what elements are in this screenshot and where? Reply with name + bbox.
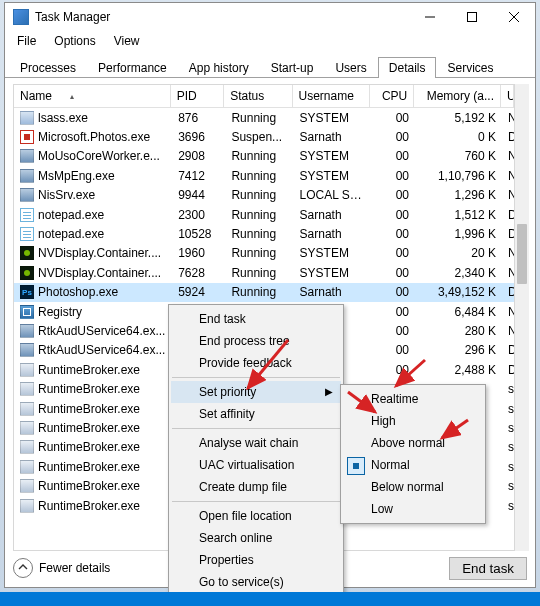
menu-options[interactable]: Options bbox=[46, 32, 103, 50]
process-name: RuntimeBroker.exe bbox=[38, 499, 140, 513]
menu-item-open-file-location[interactable]: Open file location bbox=[171, 505, 341, 527]
col-pid[interactable]: PID bbox=[171, 85, 225, 107]
cell-mem: 760 K bbox=[415, 149, 502, 163]
cell-uac: Not all... bbox=[502, 324, 514, 338]
process-row[interactable]: MsMpEng.exe7412RunningSYSTEM001,10,796 K… bbox=[14, 166, 514, 185]
cell-cpu: 00 bbox=[371, 363, 415, 377]
process-icon bbox=[20, 460, 34, 474]
menu-item-search-online[interactable]: Search online bbox=[171, 527, 341, 549]
context-menu[interactable]: End taskEnd process treeProvide feedback… bbox=[168, 304, 344, 597]
fewer-details-toggle[interactable]: Fewer details bbox=[13, 558, 110, 578]
menu-item-go-to-service-s-[interactable]: Go to service(s) bbox=[171, 571, 341, 593]
process-row[interactable]: notepad.exe10528RunningSarnath001,996 KD… bbox=[14, 224, 514, 243]
col-cpu[interactable]: CPU bbox=[370, 85, 414, 107]
cell-pid: 7412 bbox=[172, 169, 225, 183]
process-row[interactable]: Microsoft.Photos.exe3696Suspen...Sarnath… bbox=[14, 127, 514, 146]
cell-user: Sarnath bbox=[294, 130, 372, 144]
cell-uac: Disabled bbox=[502, 208, 514, 222]
cell-cpu: 00 bbox=[371, 188, 415, 202]
col-memory[interactable]: Memory (a... bbox=[414, 85, 501, 107]
tab-details[interactable]: Details bbox=[378, 57, 437, 78]
cell-uac: Not all... bbox=[502, 188, 514, 202]
menu-item-set-priority[interactable]: Set priority▶ bbox=[171, 381, 341, 403]
cell-uac: Disabled bbox=[502, 343, 514, 357]
chevron-up-circle-icon bbox=[13, 558, 33, 578]
cell-status: Running bbox=[225, 149, 293, 163]
cell-mem: 1,512 K bbox=[415, 208, 502, 222]
priority-low[interactable]: Low bbox=[343, 498, 483, 520]
cell-uac: sabled bbox=[502, 402, 514, 416]
menu-item-properties[interactable]: Properties bbox=[171, 549, 341, 571]
process-name: NisSrv.exe bbox=[38, 188, 95, 202]
scrollbar-thumb[interactable] bbox=[517, 224, 527, 284]
tab-processes[interactable]: Processes bbox=[9, 57, 87, 78]
cell-user: Sarnath bbox=[294, 285, 372, 299]
maximize-button[interactable] bbox=[451, 3, 493, 31]
col-username[interactable]: Username bbox=[293, 85, 370, 107]
menu-item-set-affinity[interactable]: Set affinity bbox=[171, 403, 341, 425]
tab-app-history[interactable]: App history bbox=[178, 57, 260, 78]
priority-above-normal[interactable]: Above normal bbox=[343, 432, 483, 454]
tabs: ProcessesPerformanceApp historyStart-upU… bbox=[5, 51, 535, 78]
cell-cpu: 00 bbox=[371, 111, 415, 125]
process-icon bbox=[20, 421, 34, 435]
col-name[interactable]: Name ▴ bbox=[14, 85, 171, 107]
close-button[interactable] bbox=[493, 3, 535, 31]
priority-high[interactable]: High bbox=[343, 410, 483, 432]
menu-item-end-task[interactable]: End task bbox=[171, 308, 341, 330]
vertical-scrollbar[interactable] bbox=[515, 84, 529, 551]
process-icon bbox=[20, 130, 34, 144]
process-icon bbox=[20, 343, 34, 357]
cell-uac: sabled bbox=[502, 382, 514, 396]
process-icon bbox=[20, 111, 34, 125]
priority-normal[interactable]: Normal bbox=[343, 454, 483, 476]
priority-below-normal[interactable]: Below normal bbox=[343, 476, 483, 498]
process-row[interactable]: NVDisplay.Container....1960RunningSYSTEM… bbox=[14, 244, 514, 263]
end-task-button[interactable]: End task bbox=[449, 557, 527, 580]
priority-realtime[interactable]: Realtime bbox=[343, 388, 483, 410]
taskbar bbox=[0, 592, 540, 606]
process-row[interactable]: MoUsoCoreWorker.e...2908RunningSYSTEM007… bbox=[14, 147, 514, 166]
process-name: RuntimeBroker.exe bbox=[38, 363, 140, 377]
minimize-button[interactable] bbox=[409, 3, 451, 31]
cell-user: SYSTEM bbox=[294, 149, 372, 163]
fewer-details-label: Fewer details bbox=[39, 561, 110, 575]
process-row[interactable]: notepad.exe2300RunningSarnath001,512 KDi… bbox=[14, 205, 514, 224]
tab-performance[interactable]: Performance bbox=[87, 57, 178, 78]
menu-item-create-dump-file[interactable]: Create dump file bbox=[171, 476, 341, 498]
tab-start-up[interactable]: Start-up bbox=[260, 57, 325, 78]
menu-item-analyse-wait-chain[interactable]: Analyse wait chain bbox=[171, 432, 341, 454]
process-icon bbox=[20, 188, 34, 202]
cell-uac: Disabled bbox=[502, 227, 514, 241]
menu-item-provide-feedback[interactable]: Provide feedback bbox=[171, 352, 341, 374]
col-status[interactable]: Status bbox=[224, 85, 292, 107]
process-icon bbox=[20, 324, 34, 338]
cell-mem: 280 K bbox=[415, 324, 502, 338]
tab-services[interactable]: Services bbox=[436, 57, 504, 78]
cell-pid: 7628 bbox=[172, 266, 225, 280]
cell-pid: 5924 bbox=[172, 285, 225, 299]
menu-view[interactable]: View bbox=[106, 32, 148, 50]
cell-uac: Not all... bbox=[502, 246, 514, 260]
process-row[interactable]: PsPhotoshop.exe5924RunningSarnath003,49,… bbox=[14, 283, 514, 302]
priority-submenu[interactable]: RealtimeHighAbove normalNormalBelow norm… bbox=[340, 384, 486, 524]
cell-pid: 9944 bbox=[172, 188, 225, 202]
menu-separator bbox=[172, 377, 340, 378]
process-icon bbox=[20, 440, 34, 454]
process-icon bbox=[20, 169, 34, 183]
process-icon bbox=[20, 499, 34, 513]
tab-users[interactable]: Users bbox=[324, 57, 377, 78]
cell-mem: 20 K bbox=[415, 246, 502, 260]
process-row[interactable]: lsass.exe876RunningSYSTEM005,192 KNot al… bbox=[14, 108, 514, 127]
cell-cpu: 00 bbox=[371, 285, 415, 299]
col-uac[interactable]: UAC vir... bbox=[501, 85, 514, 107]
menu-item-end-process-tree[interactable]: End process tree bbox=[171, 330, 341, 352]
process-name: MoUsoCoreWorker.e... bbox=[38, 149, 160, 163]
process-row[interactable]: NVDisplay.Container....7628RunningSYSTEM… bbox=[14, 263, 514, 282]
cell-pid: 3696 bbox=[172, 130, 225, 144]
menu-item-uac-virtualisation[interactable]: UAC virtualisation bbox=[171, 454, 341, 476]
cell-uac: Not all... bbox=[502, 169, 514, 183]
process-row[interactable]: NisSrv.exe9944RunningLOCAL SE...001,296 … bbox=[14, 186, 514, 205]
cell-mem: 1,10,796 K bbox=[415, 169, 502, 183]
menu-file[interactable]: File bbox=[9, 32, 44, 50]
